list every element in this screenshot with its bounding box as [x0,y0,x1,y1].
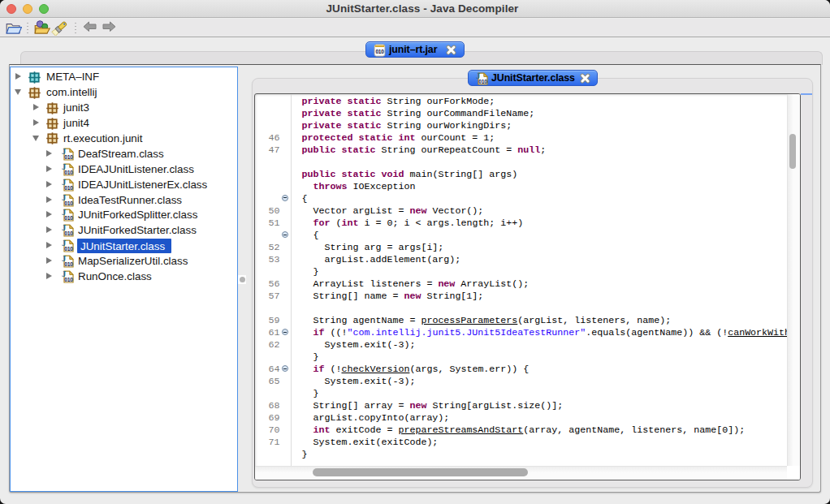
svg-text:010: 010 [376,49,385,54]
